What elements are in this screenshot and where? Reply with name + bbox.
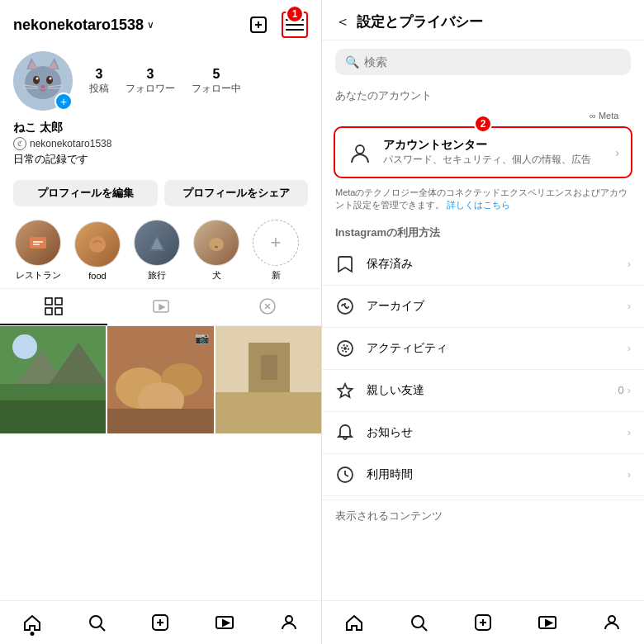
meta-note-link[interactable]: 詳しくはこちら [447,200,510,210]
nav-home[interactable] [14,609,50,636]
svg-rect-42 [0,400,106,433]
highlight-dog[interactable]: 犬 [192,220,241,282]
search-input[interactable] [364,55,621,69]
svg-marker-36 [159,305,164,310]
highlight-circle-dog [193,220,239,266]
svg-point-61 [286,616,292,623]
archive-right: › [627,300,631,312]
highlight-label-new: 新 [272,269,281,282]
meta-note: Metaのテクノロジー全体のコネクテッドエクスペリエンスおよびアカウント設定を管… [322,182,644,217]
back-button[interactable]: ＜ [335,12,350,31]
highlight-label-restaurant: レストラン [16,269,61,282]
svg-rect-34 [55,308,62,315]
settings-item-close-friends[interactable]: 親しい友達 0 › [322,370,644,412]
handle-text: nekonekotaro1538 [30,138,111,149]
nav-profile[interactable] [271,609,307,636]
followers-label: フォロワー [125,82,175,96]
notifications-label: お知らせ [367,425,413,440]
activity-icon [335,339,355,358]
settings-item-notifications-left: お知らせ [335,423,413,443]
svg-rect-31 [45,298,52,305]
photo-grid: 📷 [0,326,321,600]
settings-item-saved[interactable]: 保存済み › [322,244,644,286]
settings-item-archive-left: アーカイブ [335,296,424,316]
instagram-section-label: Instagramの利用方法 [322,217,644,244]
followers-count: 3 [147,67,154,82]
bottom-nav-right [322,600,644,644]
settings-item-screen-time-left: 利用時間 [335,465,413,485]
account-center-card[interactable]: アカウントセンター パスワード、セキュリティ、個人の情報、広告 › [334,126,632,178]
nav-reels[interactable] [206,609,243,636]
menu-button[interactable]: 1 [282,12,308,38]
nav-create[interactable] [142,609,178,636]
screen-time-label: 利用時間 [367,467,413,482]
header-icons: 1 [245,12,308,38]
grid-cell-1[interactable] [0,326,106,433]
menu-badge-1: 1 [286,5,304,23]
svg-point-24 [89,236,106,253]
tab-reels[interactable] [107,289,215,325]
stat-following[interactable]: 5 フォロー中 [192,67,241,96]
svg-line-74 [423,627,428,632]
search-box[interactable]: 🔍 [335,49,631,75]
account-center-left: アカウントセンター パスワード、セキュリティ、個人の情報、広告 [347,138,591,167]
svg-rect-51 [215,392,321,433]
stats-row: 3 投稿 3 フォロワー 5 フォロー中 [89,67,241,96]
close-friends-label: 親しい友達 [367,383,424,398]
profile-section: + 3 投稿 3 フォロワー 5 フォロー中 [0,45,321,117]
tab-grid[interactable] [0,289,107,325]
nav-search[interactable] [78,609,115,636]
settings-item-activity-left: アクティビティ [335,339,447,358]
share-profile-button[interactable]: プロフィールをシェア [164,180,309,206]
edit-profile-button[interactable]: プロフィールを編集 [13,180,158,206]
highlight-restaurant[interactable]: レストラン [13,220,63,282]
account-center-chevron-icon: › [615,146,619,159]
nav-right-create[interactable] [465,609,501,636]
svg-line-72 [345,475,348,476]
svg-point-43 [12,334,37,359]
content-section-label: 表示されるコンテンツ [322,500,644,527]
tab-tagged[interactable] [214,289,321,325]
nav-right-reels[interactable] [529,609,566,636]
nav-right-home[interactable] [336,609,372,636]
settings-item-activity[interactable]: アクティビティ › [322,328,644,370]
add-post-button[interactable] [245,12,272,38]
settings-item-archive[interactable]: アーカイブ › [322,286,644,328]
svg-rect-48 [107,409,213,433]
home-active-dot [30,632,34,636]
posts-label: 投稿 [89,82,109,96]
saved-label: 保存済み [367,257,413,272]
nav-right-profile[interactable] [594,609,630,636]
highlight-label-travel: 旅行 [148,269,166,282]
action-buttons: プロフィールを編集 プロフィールをシェア [0,173,321,213]
left-panel: nekonekotaro1538 ∨ 1 [0,0,322,644]
grid-cell-3[interactable] [215,326,321,433]
add-to-story-button[interactable]: + [54,92,73,111]
avatar-container: + [13,51,73,111]
highlight-food[interactable]: food [73,221,122,281]
svg-point-80 [608,616,615,623]
svg-line-55 [100,627,105,632]
archive-chevron-icon: › [627,300,631,312]
display-name: ねこ 太郎 [13,121,308,135]
close-friends-right: 0 › [618,384,631,396]
highlight-travel[interactable]: 旅行 [132,220,182,282]
svg-point-14 [36,78,39,80]
highlight-circle-restaurant [15,220,61,266]
notifications-chevron-icon: › [627,426,631,438]
account-center-icon [347,140,373,166]
settings-item-screen-time[interactable]: 利用時間 › [322,454,644,496]
add-highlight-button[interactable]: + 新 [251,220,301,282]
stat-followers[interactable]: 3 フォロワー [125,67,175,96]
account-center-title: アカウントセンター [383,138,591,153]
username-row[interactable]: nekonekotaro1538 ∨ [13,17,154,34]
clock-icon [335,465,355,485]
chevron-down-icon: ∨ [147,19,154,31]
nav-right-search[interactable] [400,609,437,636]
svg-marker-69 [339,384,353,397]
star-icon [335,381,355,400]
grid-cell-2[interactable]: 📷 [107,326,213,433]
settings-item-notifications[interactable]: お知らせ › [322,412,644,454]
bell-icon [335,423,355,443]
account-center-subtitle: パスワード、セキュリティ、個人の情報、広告 [383,153,591,167]
